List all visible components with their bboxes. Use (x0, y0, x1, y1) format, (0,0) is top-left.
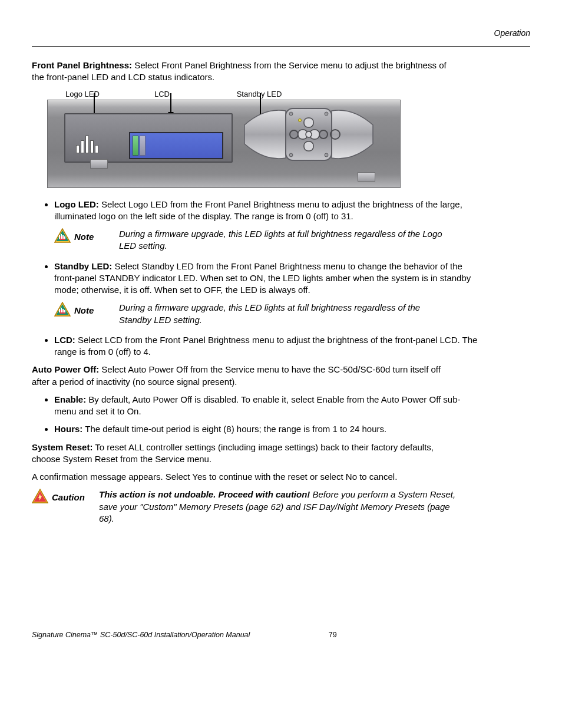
note-1-label: Note (74, 228, 119, 242)
lcd-heading: LCD: (54, 335, 75, 345)
header-section: Operation (32, 28, 530, 38)
svg-rect-23 (64, 310, 65, 312)
svg-rect-18 (64, 236, 65, 239)
caution-row: Caution This action is not undoable. Pro… (32, 489, 456, 525)
svg-rect-7 (304, 118, 313, 127)
apo-enable-text: By default, Auto Power Off is disabled. … (54, 394, 461, 416)
svg-rect-17 (62, 235, 64, 239)
bullet-apo-enable: Enable: By default, Auto Power Off is di… (54, 394, 478, 418)
footer: Signature Cinema™ SC-50d/SC-60d Installa… (32, 631, 530, 639)
caution-icon (32, 489, 48, 504)
caution-strong: This action is not undoable. Proceed wit… (99, 489, 310, 499)
standby-led-heading: Standby LED: (54, 261, 112, 271)
front-plate (64, 113, 233, 163)
svg-point-2 (325, 112, 328, 116)
fpb-paragraph: Front Panel Brightness: Select Front Pan… (32, 60, 456, 84)
diagram-label-lcd: LCD (118, 90, 206, 98)
svg-rect-22 (62, 309, 64, 312)
logo-led-icon (76, 136, 98, 153)
panel-background (47, 100, 401, 188)
svg-point-1 (289, 112, 293, 116)
note-2: Note During a firmware upgrade, this LED… (54, 302, 455, 326)
logo-led-heading: Logo LED: (54, 199, 99, 209)
note-2-text: During a firmware upgrade, this LED ligh… (119, 302, 455, 326)
bullet-apo-hours: Hours: The default time-out period is ei… (54, 423, 478, 435)
lens-assembly (241, 104, 376, 170)
note-1-text: During a firmware upgrade, this LED ligh… (119, 228, 455, 252)
apo-hours-text: The default time-out period is eight (8)… (82, 424, 386, 434)
bullet-logo-led: Logo LED: Select Logo LED from the Front… (54, 199, 478, 223)
bullet-standby-led: Standby LED: Select Standby LED from the… (54, 261, 478, 297)
svg-point-12 (299, 118, 302, 121)
sysreset-paragraph: System Reset: To reset ALL controller se… (32, 442, 456, 466)
svg-rect-20 (59, 309, 60, 312)
front-panel-diagram: Logo LED LCD Standby LED (47, 90, 401, 188)
standby-led-text: Select Standby LED from the Front Panel … (54, 261, 471, 295)
svg-point-11 (306, 131, 312, 137)
sysreset-confirm: A confirmation message appears. Select Y… (32, 471, 456, 483)
foot-tab-left (90, 159, 108, 169)
caution-label: Caution (52, 489, 99, 502)
apo-paragraph: Auto Power Off: Select Auto Power Off fr… (32, 364, 456, 388)
apo-enable-heading: Enable: (54, 394, 86, 404)
footer-title: Signature Cinema™ SC-50d/SC-60d Installa… (32, 631, 250, 639)
footer-page: 79 (329, 631, 337, 639)
foot-tab-right (358, 172, 375, 182)
note-icon (54, 228, 71, 243)
svg-rect-15 (59, 235, 60, 239)
note-icon (54, 302, 71, 317)
note-2-label: Note (74, 302, 119, 315)
svg-rect-16 (61, 234, 62, 239)
svg-rect-21 (61, 308, 62, 312)
diagram-label-standby: Standby LED (206, 90, 312, 98)
lcd-screen (129, 132, 223, 159)
svg-point-3 (289, 153, 293, 157)
caution-text: This action is not undoable. Proceed wit… (99, 489, 456, 525)
note-1: Note During a firmware upgrade, this LED… (54, 228, 455, 252)
logo-led-text: Select Logo LED from the Front Panel Bri… (54, 199, 462, 221)
fpb-heading: Front Panel Brightness: (32, 60, 132, 70)
svg-rect-8 (304, 141, 313, 151)
bullet-lcd: LCD: Select LCD from the Front Panel Bri… (54, 334, 478, 358)
svg-point-4 (325, 153, 328, 157)
diagram-label-logo: Logo LED (47, 90, 118, 98)
lcd-text: Select LCD from the Front Panel Brightne… (54, 335, 477, 357)
apo-heading: Auto Power Off: (32, 364, 99, 374)
sysreset-text: To reset ALL controller settings (includ… (32, 442, 434, 464)
header-rule (32, 46, 530, 47)
apo-hours-heading: Hours: (54, 424, 82, 434)
sysreset-heading: System Reset: (32, 442, 92, 452)
